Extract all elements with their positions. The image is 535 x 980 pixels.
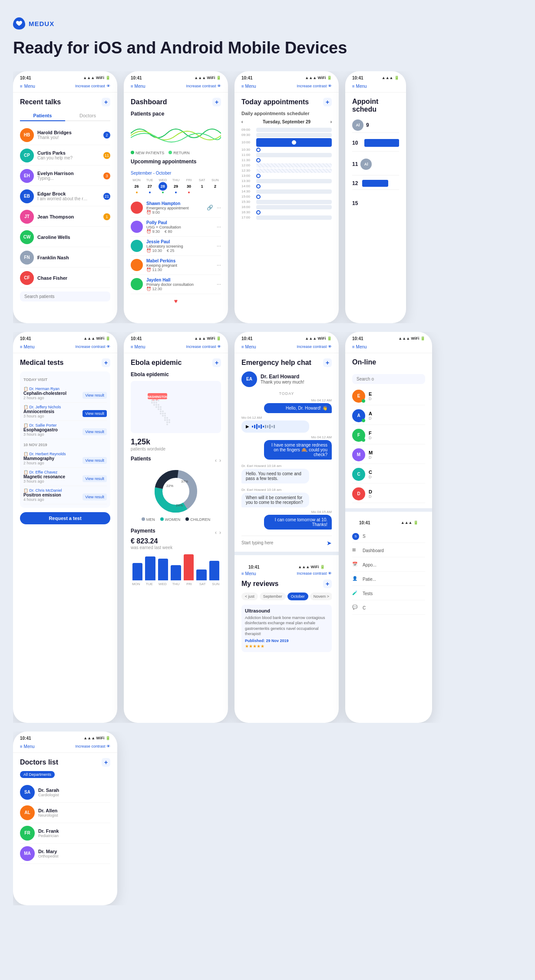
prev-tab[interactable]: < just (241, 593, 258, 600)
prev-payment-btn[interactable]: ‹ (215, 530, 217, 536)
more-icon[interactable]: ··· (217, 281, 221, 287)
menu-button-7[interactable]: ≡ Menu (241, 344, 256, 349)
list-item[interactable]: JT Jean Thompson 1 (20, 207, 110, 227)
more-icon[interactable]: ··· (217, 243, 221, 249)
nav-item-tests[interactable]: 🧪 Tests (352, 588, 425, 600)
next-btn[interactable]: › (219, 457, 221, 464)
contrast-button-6[interactable]: Increase contrast 👁 (186, 344, 221, 349)
more-icon[interactable]: ··· (217, 224, 221, 230)
nav-item-s[interactable]: S S (352, 530, 425, 543)
add-review-button[interactable]: + (323, 579, 332, 588)
avatar: EB (20, 189, 34, 203)
more-icon[interactable]: ··· (217, 262, 221, 268)
online-item[interactable]: E E D (352, 387, 425, 405)
day-item: MON 26 (131, 178, 142, 194)
view-result-btn[interactable]: View result (83, 410, 107, 417)
appointment-item[interactable]: Jessie Paul Laboratory screening ⏰ 10:30… (131, 237, 221, 256)
search-online-input[interactable] (352, 374, 425, 384)
prev-btn[interactable]: ‹ (215, 457, 217, 464)
appointment-item[interactable]: Shawn Hampton Emergency appointment ⏰ 9:… (131, 199, 221, 218)
add-dashboard-button[interactable]: + (212, 98, 221, 106)
upcoming-title: Upcomming appointments (131, 159, 196, 165)
contrast-button-7[interactable]: Increase contrast 👁 (297, 344, 332, 349)
list-item[interactable]: CP Curtis Parks Can you help me? 11 (20, 146, 110, 166)
add-doctor-button[interactable]: + (102, 758, 110, 767)
list-item[interactable]: CW Caroline Wells (20, 228, 110, 247)
appointment-item[interactable]: Mabel Perkins Keeping pregnant ⏰ 11:30 ·… (131, 256, 221, 275)
dept-tab-all[interactable]: All Departments (20, 771, 55, 778)
add-test-button[interactable]: + (102, 358, 110, 367)
online-item[interactable]: F F D (352, 427, 425, 444)
view-result-btn[interactable]: View result (83, 428, 107, 435)
badge: 3 (103, 172, 110, 179)
october-tab[interactable]: October (287, 593, 308, 600)
chat-input[interactable] (241, 540, 327, 545)
online-item[interactable]: M M D (352, 446, 425, 464)
contrast-button-2[interactable]: Increase contrast 👁 (186, 84, 221, 88)
add-chat-button[interactable]: + (323, 358, 332, 367)
add-appt-button[interactable]: + (323, 98, 332, 106)
appointment-item[interactable]: Polly Paul USG + Consultation ⏰ 9:30 € 8… (131, 218, 221, 237)
send-icon[interactable]: ➤ (327, 540, 332, 546)
svg-text:WASHINGTON: WASHINGTON (147, 395, 168, 398)
bar-mon (132, 563, 142, 580)
nav-item-appointments[interactable]: 📅 Appo... (352, 559, 425, 572)
contrast-button-1[interactable]: Increase contrast 👁 (75, 84, 110, 88)
september-tab[interactable]: September (260, 593, 286, 600)
doctor-item[interactable]: MA Dr. Mary Orthopedist (20, 844, 110, 864)
list-item[interactable]: EH Evelyn Harrison Typing... 3 (20, 166, 110, 186)
menu-button-9[interactable]: ≡ Menu (20, 744, 35, 749)
tab-doctors[interactable]: Doctors (65, 111, 110, 120)
chat-info: Harold Bridges Thank you! (37, 130, 100, 140)
more-icon[interactable]: ··· (217, 205, 221, 211)
doctor-item[interactable]: FR Dr. Frank Pediatrician (20, 823, 110, 844)
appt-sched-title: Appoint schedu (352, 98, 399, 113)
tab-patients[interactable]: Patients (20, 111, 65, 121)
svg-rect-58 (265, 425, 266, 428)
online-item[interactable]: C C D (352, 466, 425, 483)
online-item[interactable]: D D D (352, 485, 425, 503)
chat-info: Chase Fisher (37, 275, 110, 281)
view-result-btn[interactable]: View result (83, 493, 107, 500)
bar-labels: MON TUE WED THU FRI SAT SUN (131, 582, 221, 586)
online-item[interactable]: A A D (352, 407, 425, 425)
menu-button-5[interactable]: ≡ Menu (20, 344, 35, 349)
contrast-button-3[interactable]: Increase contrast 👁 (297, 84, 332, 88)
phone-appoint-sched: 10:41 ▲▲▲ 🔋 ≡ Menu Appoint schedu Al 9 1… (345, 71, 406, 323)
menu-button-2[interactable]: ≡ Menu (131, 84, 145, 89)
list-item[interactable]: FN Franklin Nash (20, 248, 110, 268)
request-test-button[interactable]: Request a test (20, 512, 110, 524)
nav-item-c[interactable]: 💬 C (352, 602, 425, 615)
menu-button-1[interactable]: ≡ Menu (20, 84, 35, 89)
phone-nav-7: ≡ Menu Increase contrast 👁 (234, 343, 339, 353)
contrast-button-5[interactable]: Increase contrast 👁 (75, 344, 110, 349)
prev-month-icon[interactable]: ‹ (241, 119, 243, 124)
doctor-item[interactable]: AL Dr. Allen Neurologist (20, 803, 110, 823)
menu-button-3[interactable]: ≡ Menu (241, 84, 256, 89)
nav-item-dashboard[interactable]: ⊞ Dashboard (352, 545, 425, 557)
next-payment-btn[interactable]: › (219, 530, 221, 536)
view-result-btn[interactable]: View result (83, 475, 107, 482)
menu-button-4[interactable]: ≡ Menu (352, 84, 367, 89)
nov-tab[interactable]: Novem > (310, 593, 332, 600)
menu-button-8[interactable]: ≡ Menu (352, 344, 367, 349)
search-input[interactable] (20, 291, 110, 301)
list-item[interactable]: EB Edgar Brock I am worried about the re… (20, 187, 110, 206)
list-item[interactable]: HB Harold Bridges Thank you! 2 (20, 126, 110, 145)
appointment-item[interactable]: Jayden Hall Primary doctor consultation … (131, 275, 221, 294)
day-item: WED 28 (157, 178, 168, 194)
phones-row-3: 10:41 ▲▲▲ WiFi 🔋 ≡ Menu Increase contras… (13, 732, 522, 905)
menu-button-6[interactable]: ≡ Menu (131, 344, 145, 349)
doctor-item[interactable]: SA Dr. Sarah Cardiologist (20, 782, 110, 803)
appt-info: Polly Paul USG + Consultation ⏰ 9:30 € 8… (146, 220, 213, 234)
add-talk-button[interactable]: + (102, 98, 110, 106)
next-month-icon[interactable]: › (330, 119, 332, 124)
contrast-button-9[interactable]: Increase contrast 👁 (75, 744, 110, 748)
list-item[interactable]: CF Chase Fisher (20, 268, 110, 288)
avatar: JT (20, 210, 34, 224)
add-ebola-button[interactable]: + (212, 358, 221, 367)
view-result-btn[interactable]: View result (83, 457, 107, 464)
phones-row-2: 10:41 ▲▲▲ WiFi 🔋 ≡ Menu Increase contras… (13, 332, 522, 723)
nav-item-patients[interactable]: 👤 Patie... (352, 573, 425, 586)
view-result-btn[interactable]: View result (83, 392, 107, 399)
